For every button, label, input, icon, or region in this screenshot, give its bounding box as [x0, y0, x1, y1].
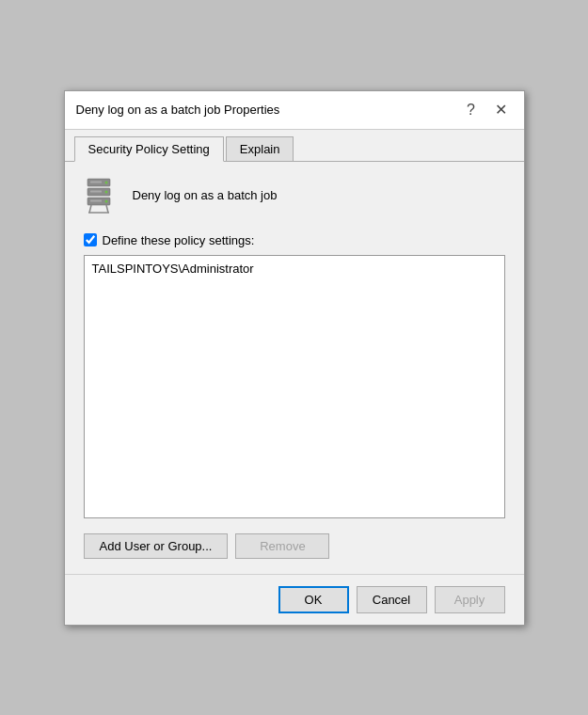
close-button[interactable]: ✕	[490, 99, 513, 121]
server-icon	[84, 177, 121, 214]
help-button[interactable]: ?	[460, 99, 483, 121]
user-list-box[interactable]: TAILSPINTOYS\Administrator	[84, 255, 505, 518]
cancel-button[interactable]: Cancel	[357, 586, 427, 613]
svg-point-3	[104, 181, 107, 183]
define-policy-row: Define these policy settings:	[84, 233, 505, 247]
list-item: TAILSPINTOYS\Administrator	[88, 260, 501, 278]
define-policy-checkbox[interactable]	[84, 233, 97, 246]
remove-button[interactable]: Remove	[235, 533, 329, 559]
action-buttons: Add User or Group... Remove	[84, 533, 505, 559]
svg-point-4	[104, 190, 107, 193]
svg-rect-7	[90, 190, 102, 192]
dialog-title: Deny log on as a batch job Properties	[76, 103, 280, 117]
policy-header: Deny log on as a batch job	[84, 177, 505, 214]
dialog-window: Deny log on as a batch job Properties ? …	[64, 90, 525, 626]
ok-button[interactable]: OK	[278, 586, 349, 613]
policy-title: Deny log on as a batch job	[133, 188, 278, 202]
svg-rect-8	[90, 199, 102, 201]
footer: OK Cancel Apply	[65, 574, 524, 625]
apply-button[interactable]: Apply	[435, 586, 505, 613]
tab-explain[interactable]: Explain	[226, 136, 294, 162]
title-controls: ? ✕	[460, 99, 513, 121]
title-bar: Deny log on as a batch job Properties ? …	[65, 91, 524, 130]
svg-line-9	[89, 205, 91, 213]
define-policy-label[interactable]: Define these policy settings:	[103, 233, 255, 247]
tab-bar: Security Policy Setting Explain	[65, 130, 524, 162]
content-area: Deny log on as a batch job Define these …	[65, 162, 524, 574]
svg-point-5	[104, 199, 107, 202]
svg-rect-6	[90, 181, 102, 183]
add-user-button[interactable]: Add User or Group...	[84, 533, 229, 559]
tab-security-policy[interactable]: Security Policy Setting	[74, 136, 224, 162]
svg-line-10	[106, 205, 108, 213]
